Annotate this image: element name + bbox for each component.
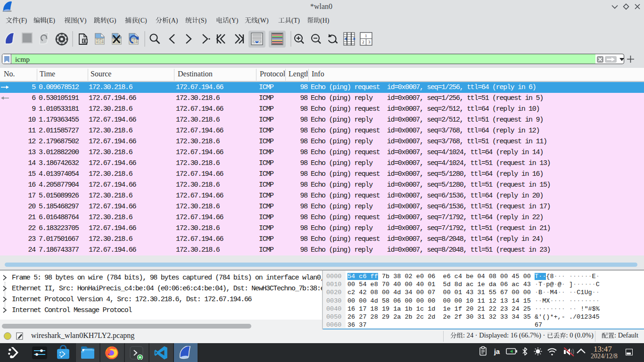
svg-text:1: 1 <box>365 33 367 38</box>
svg-text:ja: ja <box>494 348 500 355</box>
svg-text:3: 3 <box>368 40 371 44</box>
svg-text:2: 2 <box>362 40 364 44</box>
svg-text:0110: 0110 <box>96 41 104 44</box>
